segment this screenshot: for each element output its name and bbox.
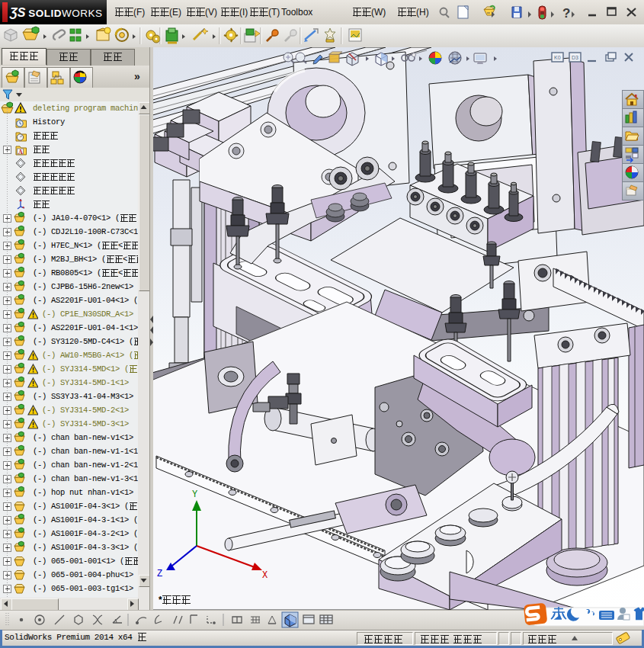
svg-text:X: X	[262, 570, 268, 581]
svg-text:D3: D3	[572, 55, 578, 60]
svg-text:A: A	[18, 149, 23, 156]
svg-text:Y: Y	[192, 489, 197, 500]
svg-text:Z: Z	[157, 569, 162, 579]
svg-text:?: ?	[562, 6, 570, 21]
svg-text:K0: K0	[554, 55, 561, 60]
